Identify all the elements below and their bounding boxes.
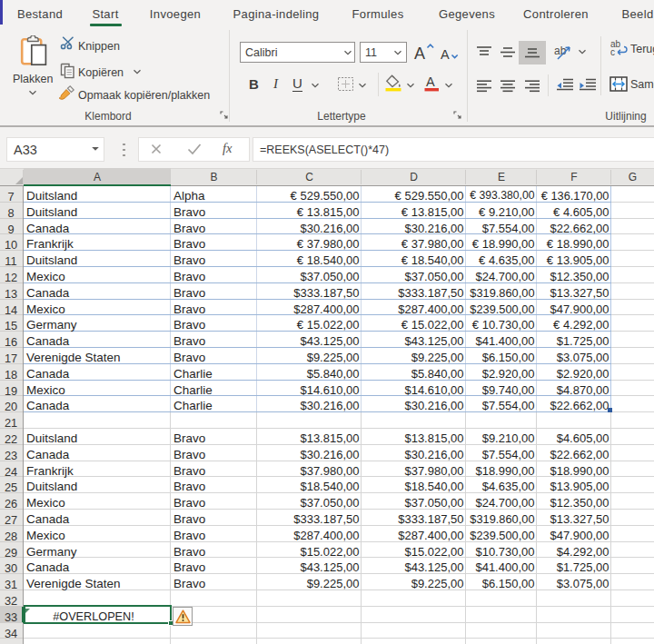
svg-text:ab: ab: [554, 45, 567, 57]
svg-text:A: A: [426, 74, 435, 89]
svg-text:A: A: [441, 47, 450, 62]
svg-text:c: c: [610, 47, 615, 56]
svg-text:A: A: [414, 45, 425, 62]
